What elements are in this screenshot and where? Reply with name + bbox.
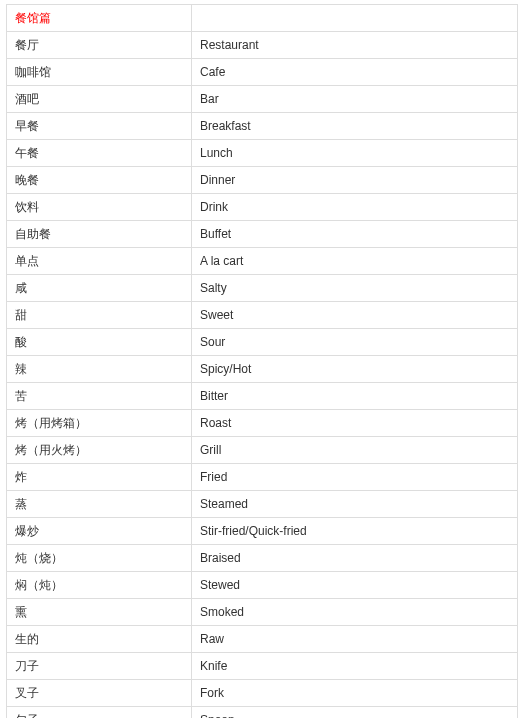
table-row: 焖（炖）Stewed	[7, 572, 518, 599]
cell-cn: 酒吧	[7, 86, 192, 113]
cell-en: Raw	[192, 626, 518, 653]
table-row: 咸Salty	[7, 275, 518, 302]
cell-cn: 单点	[7, 248, 192, 275]
table-row: 刀子Knife	[7, 653, 518, 680]
table-row: 甜Sweet	[7, 302, 518, 329]
table-row: 酸Sour	[7, 329, 518, 356]
section-title-blank	[192, 5, 518, 32]
table-row: 餐厅Restaurant	[7, 32, 518, 59]
table-row: 早餐Breakfast	[7, 113, 518, 140]
table-row: 烤（用火烤）Grill	[7, 437, 518, 464]
cell-en: Salty	[192, 275, 518, 302]
cell-cn: 咸	[7, 275, 192, 302]
cell-en: Smoked	[192, 599, 518, 626]
cell-cn: 炸	[7, 464, 192, 491]
cell-en: Bar	[192, 86, 518, 113]
cell-cn: 蒸	[7, 491, 192, 518]
cell-en: Knife	[192, 653, 518, 680]
cell-en: Restaurant	[192, 32, 518, 59]
cell-cn: 晚餐	[7, 167, 192, 194]
cell-cn: 早餐	[7, 113, 192, 140]
cell-en: Sweet	[192, 302, 518, 329]
cell-en: A la cart	[192, 248, 518, 275]
table-row: 勺子Spoon	[7, 707, 518, 719]
table-row: 咖啡馆Cafe	[7, 59, 518, 86]
cell-cn: 爆炒	[7, 518, 192, 545]
cell-en: Fried	[192, 464, 518, 491]
table-row: 酒吧Bar	[7, 86, 518, 113]
cell-cn: 午餐	[7, 140, 192, 167]
cell-cn: 餐厅	[7, 32, 192, 59]
table-row: 叉子Fork	[7, 680, 518, 707]
cell-cn: 烤（用烤箱）	[7, 410, 192, 437]
cell-cn: 刀子	[7, 653, 192, 680]
cell-en: Dinner	[192, 167, 518, 194]
table-row: 饮料Drink	[7, 194, 518, 221]
cell-en: Stewed	[192, 572, 518, 599]
cell-cn: 酸	[7, 329, 192, 356]
cell-en: Steamed	[192, 491, 518, 518]
table-row: 自助餐Buffet	[7, 221, 518, 248]
cell-en: Drink	[192, 194, 518, 221]
cell-en: Lunch	[192, 140, 518, 167]
cell-en: Stir-fried/Quick-fried	[192, 518, 518, 545]
cell-cn: 焖（炖）	[7, 572, 192, 599]
cell-cn: 炖（烧）	[7, 545, 192, 572]
cell-en: Grill	[192, 437, 518, 464]
cell-en: Cafe	[192, 59, 518, 86]
cell-en: Roast	[192, 410, 518, 437]
table-row: 苦Bitter	[7, 383, 518, 410]
cell-cn: 生的	[7, 626, 192, 653]
table-row: 炖（烧）Braised	[7, 545, 518, 572]
table-row: 午餐Lunch	[7, 140, 518, 167]
cell-cn: 勺子	[7, 707, 192, 719]
cell-en: Spicy/Hot	[192, 356, 518, 383]
cell-cn: 苦	[7, 383, 192, 410]
table-header-row: 餐馆篇	[7, 5, 518, 32]
cell-en: Bitter	[192, 383, 518, 410]
cell-cn: 叉子	[7, 680, 192, 707]
cell-en: Braised	[192, 545, 518, 572]
vocab-table: 餐馆篇 餐厅Restaurant 咖啡馆Cafe 酒吧Bar 早餐Breakfa…	[6, 4, 518, 718]
cell-cn: 甜	[7, 302, 192, 329]
section-title: 餐馆篇	[7, 5, 192, 32]
cell-en: Spoon	[192, 707, 518, 719]
cell-en: Breakfast	[192, 113, 518, 140]
table-row: 蒸Steamed	[7, 491, 518, 518]
table-body: 餐厅Restaurant 咖啡馆Cafe 酒吧Bar 早餐Breakfast 午…	[7, 32, 518, 719]
cell-cn: 辣	[7, 356, 192, 383]
table-row: 辣Spicy/Hot	[7, 356, 518, 383]
table-row: 熏Smoked	[7, 599, 518, 626]
table-row: 单点A la cart	[7, 248, 518, 275]
cell-cn: 熏	[7, 599, 192, 626]
cell-en: Fork	[192, 680, 518, 707]
table-row: 烤（用烤箱）Roast	[7, 410, 518, 437]
cell-cn: 自助餐	[7, 221, 192, 248]
cell-cn: 饮料	[7, 194, 192, 221]
page-container: 餐馆篇 餐厅Restaurant 咖啡馆Cafe 酒吧Bar 早餐Breakfa…	[0, 0, 524, 718]
table-row: 爆炒Stir-fried/Quick-fried	[7, 518, 518, 545]
cell-cn: 咖啡馆	[7, 59, 192, 86]
table-row: 晚餐Dinner	[7, 167, 518, 194]
cell-en: Buffet	[192, 221, 518, 248]
cell-en: Sour	[192, 329, 518, 356]
table-row: 炸Fried	[7, 464, 518, 491]
cell-cn: 烤（用火烤）	[7, 437, 192, 464]
table-row: 生的Raw	[7, 626, 518, 653]
